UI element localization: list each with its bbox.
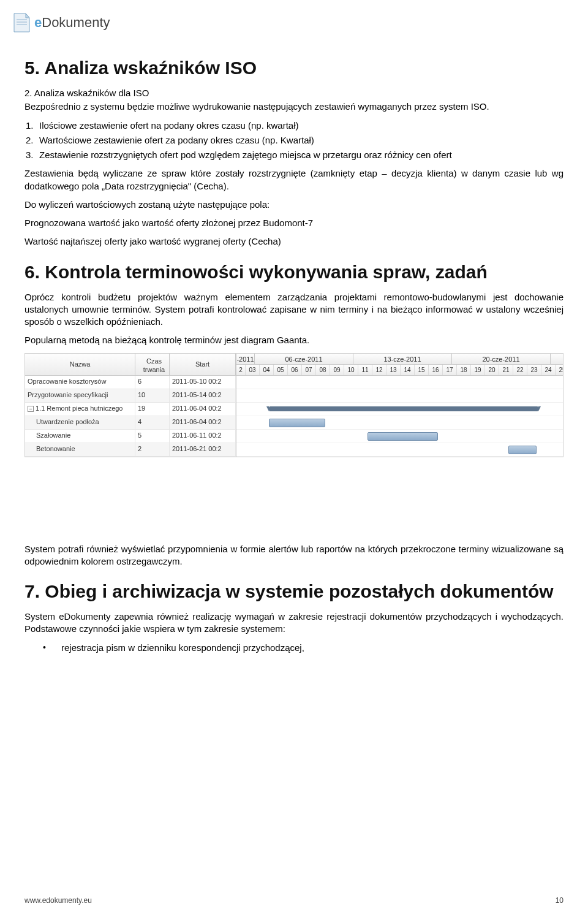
table-row: Utwardzenie podłoża42011-06-04 00:2 (25, 416, 236, 430)
col-header-start: Start (170, 354, 236, 376)
gantt-day-header: 20 (485, 365, 499, 375)
list-item: 2.Wartościowe zestawienie ofert za podan… (39, 134, 564, 146)
section5-p1: Zestawienia będą wyliczane ze spraw któr… (24, 167, 564, 192)
section7-bullets: rejestracja pism w dzienniku koresponden… (24, 642, 564, 654)
section5-p3: Prognozowana wartość jako wartość oferty… (24, 217, 564, 229)
section6-p3: System potrafi również wyświetlać przypo… (24, 543, 564, 568)
gantt-bar-row (236, 376, 563, 389)
tree-toggle-icon[interactable]: − (28, 406, 34, 412)
table-row: Przygotowanie specyfikacji102011-05-14 0… (25, 389, 236, 403)
gantt-day-header: 23 (527, 365, 541, 375)
cell-start: 2011-06-04 00:2 (170, 403, 236, 416)
section6-p1: Oprócz kontroli budżetu projektów ważnym… (24, 291, 564, 329)
section5-subhead: 2. Analiza wskaźników dla ISO (24, 87, 564, 99)
gantt-week-header: -2011 (236, 354, 255, 364)
gantt-bar-row (236, 430, 563, 443)
gantt-task-bar[interactable] (368, 432, 438, 441)
section5-list: 1.Ilościowe zestawienie ofert na podany … (24, 120, 564, 162)
brand-logo: eDokumenty (12, 12, 564, 33)
gantt-day-header: 14 (401, 365, 415, 375)
gantt-day-header: 07 (302, 365, 316, 375)
gantt-bar-row (236, 403, 563, 416)
gantt-day-header: 12 (372, 365, 386, 375)
cell-duration: 4 (135, 416, 170, 430)
gantt-day-header: 18 (457, 365, 471, 375)
col-header-dur: Czas trwania (135, 354, 170, 376)
section5-intro: Bezpośrednio z systemu będzie możliwe wy… (24, 101, 564, 113)
gantt-day-header: 19 (471, 365, 485, 375)
cell-name: Przygotowanie specyfikacji (25, 389, 135, 403)
col-header-name: Nazwa (25, 354, 135, 376)
table-row: −1.1 Remont pieca hutniczego192011-06-04… (25, 403, 236, 416)
gantt-task-bar[interactable] (269, 419, 325, 427)
cell-duration: 2 (135, 443, 170, 457)
gantt-day-header: 13 (386, 365, 401, 375)
gantt-bar-row (236, 443, 563, 457)
cell-name: Opracowanie kosztorysów (25, 376, 135, 389)
cell-duration: 5 (135, 430, 170, 443)
cell-name: −1.1 Remont pieca hutniczego (25, 403, 135, 416)
gantt-day-header: 06 (288, 365, 302, 375)
document-icon (12, 12, 31, 33)
svg-marker-1 (26, 13, 29, 18)
gantt-day-header: 03 (246, 365, 260, 375)
cell-name: Utwardzenie podłoża (25, 416, 135, 430)
cell-start: 2011-05-14 00:2 (170, 389, 236, 403)
gantt-day-header: 21 (499, 365, 513, 375)
gantt-day-header: 22 (513, 365, 527, 375)
cell-start: 2011-06-04 00:2 (170, 416, 236, 430)
gantt-bar-row (236, 389, 563, 403)
cell-start: 2011-06-21 00:2 (170, 443, 236, 457)
gantt-day-header: 11 (358, 365, 372, 375)
gantt-day-header: 08 (316, 365, 330, 375)
footer-site: www.edokumenty.eu (24, 896, 92, 905)
gantt-left-rows: Opracowanie kosztorysów62011-05-10 00:2P… (25, 376, 236, 457)
gantt-left-pane: Nazwa Czas trwania Start Opracowanie kos… (25, 354, 236, 457)
gantt-timeline: -201106-cze-201113-cze-201120-cze-2011 2… (236, 354, 563, 457)
cell-name: Szałowanie (25, 430, 135, 443)
gantt-day-header: 10 (344, 365, 358, 375)
gantt-day-header: 04 (260, 365, 274, 375)
section5-p4: Wartość najtańszej oferty jako wartość w… (24, 235, 564, 248)
gantt-chart: Nazwa Czas trwania Start Opracowanie kos… (24, 353, 564, 457)
table-row: Opracowanie kosztorysów62011-05-10 00:2 (25, 376, 236, 389)
gantt-week-header: 13-cze-2011 (353, 354, 452, 364)
section5-title: 5. Analiza wskaźników ISO (24, 58, 564, 78)
list-item: rejestracja pism w dzienniku koresponden… (61, 642, 564, 654)
cell-start: 2011-06-11 00:2 (170, 430, 236, 443)
list-item: 3.Zestawienie rozstrzygniętych ofert pod… (39, 149, 564, 161)
table-row: Betonowanie22011-06-21 00:2 (25, 443, 236, 457)
gantt-day-header: 17 (443, 365, 457, 375)
gantt-day-header: 05 (274, 365, 288, 375)
section5-p2: Do wyliczeń wartościowych zostaną użyte … (24, 199, 564, 211)
cell-name: Betonowanie (25, 443, 135, 457)
gantt-summary-bar[interactable] (269, 406, 538, 411)
cell-start: 2011-05-10 00:2 (170, 376, 236, 389)
gantt-day-header: 2 (236, 365, 246, 375)
gantt-day-header: 16 (429, 365, 443, 375)
page-footer: www.edokumenty.eu 10 (24, 896, 564, 905)
gantt-bar-row (236, 416, 563, 430)
cell-duration: 10 (135, 389, 170, 403)
gantt-day-header: 15 (415, 365, 429, 375)
cell-duration: 19 (135, 403, 170, 416)
table-row: Szałowanie52011-06-11 00:2 (25, 430, 236, 443)
gantt-day-header: 24 (541, 365, 556, 375)
brand-name: eDokumenty (34, 15, 110, 31)
section6-title: 6. Kontrola terminowości wykonywania spr… (24, 262, 564, 283)
section6-p2: Popularną metodą na bieżącą kontrolę ter… (24, 334, 564, 346)
list-item: 1.Ilościowe zestawienie ofert na podany … (39, 120, 564, 132)
section7-title: 7. Obieg i archiwizacja w systemie pozos… (24, 581, 564, 602)
gantt-week-header: 20-cze-2011 (452, 354, 551, 364)
footer-page: 10 (556, 896, 564, 905)
cell-duration: 6 (135, 376, 170, 389)
gantt-day-header: 09 (330, 365, 344, 375)
section7-p1: System eDokumenty zapewnia również reali… (24, 611, 564, 636)
gantt-task-bar[interactable] (508, 446, 537, 454)
gantt-day-header: 25 (556, 365, 563, 375)
gantt-week-header: 06-cze-2011 (255, 354, 353, 364)
